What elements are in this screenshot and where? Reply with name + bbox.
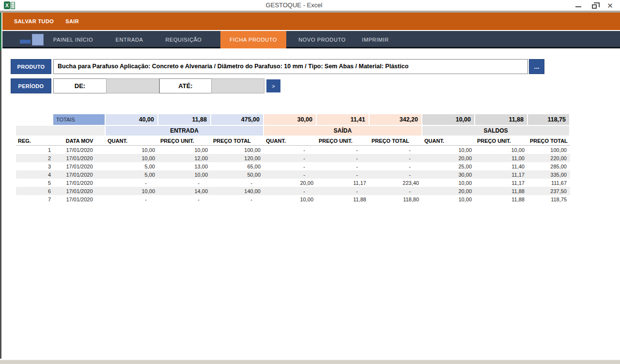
cell: 17/01/2020	[53, 146, 106, 154]
cell: -	[370, 170, 422, 179]
tab-ficha-produto[interactable]: FICHA PRODUTO	[220, 31, 286, 48]
cell: 65,00	[211, 162, 264, 170]
column-header: DATA MOV	[53, 136, 106, 145]
table-row[interactable]: 117/01/202010,0010,00100,00---10,0010,00…	[16, 146, 570, 154]
column-header: REG.	[16, 136, 53, 145]
totals-value: 11,88	[158, 114, 211, 125]
cell: 11,88	[475, 195, 528, 203]
column-header: PREÇO TOTAL	[370, 136, 422, 145]
cell: 335,00	[528, 170, 570, 179]
cell: 13,00	[158, 162, 211, 170]
column-header: PREÇO UNIT.	[475, 136, 528, 145]
nav-bar: PAINEL INÍCIOENTRADAREQUISIÇÃOFICHA PROD…	[2, 31, 620, 48]
cell: 5,00	[106, 170, 158, 179]
totals-value: 342,20	[370, 114, 422, 125]
column-header: QUANT.	[106, 136, 158, 145]
group-header-saida: SAÍDA	[264, 126, 422, 136]
totals-value: 10,00	[422, 114, 475, 125]
close-button[interactable]: ✕	[602, 0, 618, 11]
cell: 5	[16, 179, 53, 187]
cell: 17/01/2020	[53, 170, 106, 179]
apply-period-button[interactable]: >	[266, 79, 280, 92]
totals-spacer	[16, 114, 53, 125]
cell: 111,67	[528, 179, 570, 187]
table-row[interactable]: 417/01/20205,0010,0050,00---30,0011,1733…	[16, 170, 570, 179]
cell: -	[106, 195, 158, 203]
close-icon: ✕	[607, 2, 613, 9]
cell: 10,00	[158, 146, 211, 154]
browse-button[interactable]: ...	[529, 59, 544, 74]
tab-imprimir[interactable]: IMPRIMIR	[362, 31, 389, 48]
cell: 220,00	[528, 154, 570, 162]
tab-requisicao[interactable]: REQUISIÇÃO	[165, 31, 202, 48]
date-from-input[interactable]	[106, 78, 159, 93]
window-bottom-edge	[0, 360, 620, 364]
cell: -	[370, 162, 422, 170]
ribbon-item-salvar-tudo[interactable]: SALVAR TUDO	[14, 18, 54, 24]
nav-tabs: PAINEL INÍCIOENTRADAREQUISIÇÃOFICHA PROD…	[2, 31, 620, 48]
column-header: QUANT.	[264, 136, 317, 145]
cell: 17/01/2020	[53, 195, 106, 203]
column-header: PREÇO UNIT.	[317, 136, 370, 145]
table-row[interactable]: 217/01/202010,0012,00120,00---20,0011,00…	[16, 154, 570, 162]
restore-button[interactable]	[586, 0, 602, 11]
tab-painel-inicio[interactable]: PAINEL INÍCIO	[53, 31, 93, 48]
table-row[interactable]: 717/01/2020---10,0011,88118,8010,0011,88…	[16, 195, 570, 203]
cell: 17/01/2020	[53, 187, 106, 195]
cell: 118,75	[528, 195, 570, 203]
cell: 237,50	[528, 187, 570, 195]
cell: -	[370, 146, 422, 154]
cell: -	[317, 146, 370, 154]
table-row[interactable]: 517/01/2020---20,0011,17223,4010,0011,17…	[16, 179, 570, 187]
table-row[interactable]: 317/01/20205,0013,0065,00---25,0011,4028…	[16, 162, 570, 170]
cell: -	[317, 154, 370, 162]
group-header-row: ENTRADASAÍDASALDOS	[16, 126, 570, 136]
date-to-input[interactable]	[211, 78, 264, 93]
ribbon: SALVAR TUDOSAIR	[2, 13, 620, 30]
cell: 20,00	[264, 179, 317, 187]
cell: 25,00	[422, 162, 475, 170]
movements-table: TOTAIS40,0011,88475,0030,0011,41342,2010…	[16, 114, 570, 203]
cell: 285,00	[528, 162, 570, 170]
tab-novo-produto[interactable]: NOVO PRODUTO	[298, 31, 345, 48]
window-left-edge-green	[0, 13, 1, 50]
tab-entrada[interactable]: ENTRADA	[116, 31, 143, 48]
cell: 10,00	[422, 179, 475, 187]
cell: 2	[16, 154, 53, 162]
cell: -	[370, 154, 422, 162]
window-title: GESTOQUE - Excel	[0, 0, 588, 11]
column-header: PREÇO UNIT.	[158, 136, 211, 145]
totals-value: 30,00	[264, 114, 317, 125]
cell: -	[317, 187, 370, 195]
cell: 17/01/2020	[53, 179, 106, 187]
cell: -	[264, 170, 317, 179]
cell: 1	[16, 146, 53, 154]
ribbon-item-sair[interactable]: SAIR	[65, 18, 79, 24]
window-controls: ✕	[570, 0, 618, 11]
totals-value: 475,00	[211, 114, 264, 125]
totals-value: 40,00	[106, 114, 158, 125]
table-row[interactable]: 617/01/202010,0014,00140,00---20,0011,88…	[16, 187, 570, 195]
cell: 7	[16, 195, 53, 203]
cell: 11,88	[475, 187, 528, 195]
cell: 11,17	[317, 179, 370, 187]
title-bar: X GESTOQUE - Excel ✕	[0, 0, 620, 11]
totals-value: 118,75	[528, 114, 570, 125]
totals-value: 11,41	[317, 114, 370, 125]
cell: 20,00	[422, 187, 475, 195]
cell: 118,80	[370, 195, 422, 203]
cell: 10,00	[106, 187, 158, 195]
minimize-button[interactable]	[570, 0, 586, 11]
cell: 17/01/2020	[53, 162, 106, 170]
cell: -	[317, 162, 370, 170]
cell: 100,00	[528, 146, 570, 154]
table-body: 117/01/202010,0010,00100,00---10,0010,00…	[16, 146, 570, 203]
cell: -	[317, 170, 370, 179]
totals-value: 11,88	[475, 114, 528, 125]
cell: 10,00	[106, 146, 158, 154]
produto-input[interactable]: Bucha para Parafuso Aplicação: Concreto …	[53, 59, 528, 74]
cell: 140,00	[211, 187, 264, 195]
group-header-entrada: ENTRADA	[106, 126, 264, 136]
cell: 30,00	[422, 170, 475, 179]
cell: 3	[16, 162, 53, 170]
